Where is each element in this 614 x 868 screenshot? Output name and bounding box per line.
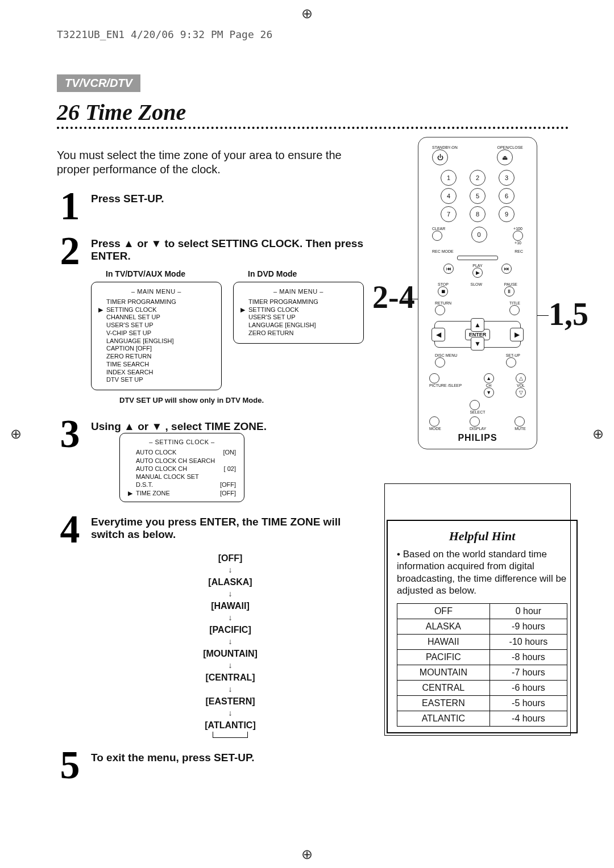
reg-mark-right: ⊕ [592,426,604,442]
mode-button[interactable] [429,416,439,427]
page-header-info: T3221UB_EN1 4/20/06 9:32 PM Page 26 [57,28,569,40]
step-2-number: 2 [57,233,83,407]
reg-mark-top: ⊕ [301,6,313,22]
clear-label: CLEAR [432,227,445,231]
tv-mode-label: In TV/DTV/AUX Mode [106,269,222,278]
mode-label: MODE [429,427,441,431]
p100-button[interactable] [513,231,523,241]
hint-offset-cell: -10 hours [489,635,567,650]
num-7-button[interactable]: 7 [441,206,457,222]
display-button[interactable] [470,416,480,427]
step-4-number: 4 [57,511,83,738]
vol-label: VOL [516,383,526,387]
skip-fwd-button[interactable]: ⏭ [501,264,512,274]
page-number: 26 [57,99,80,125]
dvd-mode-label: In DVD Mode [248,269,364,278]
step-4: 4 Everytime you press ENTER, the TIME ZO… [57,511,370,738]
setup-button[interactable] [506,357,516,368]
tv-main-menu-screen: – MAIN MENU –TIMER PROGRAMMING▶SETTING C… [91,282,222,390]
brand-logo: PHILIPS [458,433,497,443]
disc-menu-button[interactable] [435,357,445,368]
mute-label: MUTE [515,427,526,431]
mute-button[interactable] [515,416,525,427]
dvd-main-menu-screen: – MAIN MENU –TIMER PROGRAMMING▶SETTING C… [233,282,364,344]
step-4-title: Everytime you press ENTER, the TIME ZONE… [91,516,370,541]
setting-clock-screen: – SETTING CLOCK –AUTO CLOCK[ON]AUTO CLOC… [119,433,244,502]
ch-label: CH [484,383,494,387]
step-5-number: 5 [57,747,83,783]
step-1-number: 1 [57,188,83,224]
openclose-label: OPEN/CLOSE [497,145,523,149]
hint-offset-cell: -6 hours [489,681,567,696]
intro-text: You must select the time zone of your ar… [57,148,370,177]
openclose-button[interactable]: ⏏ [497,149,513,165]
hint-offset-cell: -5 hours [489,696,567,711]
stop-button[interactable]: ⏹ [438,286,448,297]
step-5-title: To exit the menu, press SET-UP. [91,752,370,764]
nav-right-button[interactable]: ▶ [510,328,524,341]
clear-button[interactable] [432,231,442,241]
nav-down-button[interactable]: ▼ [471,337,484,350]
right-column: 2-4 1,5 STANDBY-ON ⏻ OPEN/CLOSE ⏏ [387,137,569,785]
play-button[interactable]: ▶ [472,268,483,278]
reg-mark-left: ⊕ [10,426,22,442]
remote-control-diagram: STANDBY-ON ⏻ OPEN/CLOSE ⏏ 123456789 CLEA… [418,137,537,449]
num-0-button[interactable]: 0 [471,227,487,243]
step-3: 3 Using ▲ or ▼ , select TIME ZONE. – SET… [57,416,370,502]
left-column: You must select the time zone of your ar… [57,137,370,785]
num-6-button[interactable]: 6 [499,188,515,204]
timezone-sequence: [OFF]↓[ALASKA]↓[HAWAII]↓[PACIFIC]↓[MOUNT… [91,552,370,738]
nav-left-button[interactable]: ◀ [432,328,445,341]
hint-offset-cell: -4 hours [489,711,567,727]
hint-zone-cell: HAWAII [397,635,490,650]
setup-label: SET-UP [506,353,520,357]
step-3-number: 3 [57,416,83,502]
step-1-title: Press SET-UP. [91,193,370,205]
num-5-button[interactable]: 5 [470,188,486,204]
step-1: 1 Press SET-UP. [57,188,370,224]
reg-mark-bottom: ⊕ [301,846,313,862]
hint-zone-cell: EASTERN [397,696,490,711]
display-label: DISPLAY [470,427,486,431]
hint-offset-cell: -8 hours [489,650,567,665]
skip-back-button[interactable]: ⏮ [443,264,454,274]
select-label: SELECT [470,410,485,414]
pause-button[interactable]: ⏸ [504,286,515,297]
hint-table: OFF0 hourALASKA-9 hoursHAWAII-10 hoursPA… [397,603,567,727]
num-1-button[interactable]: 1 [441,170,457,186]
slow-label: SLOW [471,282,483,297]
disc-menu-label: DISC MENU [435,353,457,357]
picture-sleep-label: PICTURE /SLEEP [429,383,462,387]
title-button[interactable] [509,305,520,315]
dtv-setup-note: DTV SET UP will show only in DTV Mode. [119,396,267,404]
num-8-button[interactable]: 8 [470,206,486,222]
hint-zone-cell: MOUNTAIN [397,665,490,681]
picture-sleep-button[interactable] [429,373,439,383]
nav-up-button[interactable]: ▲ [471,318,484,332]
p100-label: +100 [513,227,523,231]
stop-label: STOP [438,282,449,286]
helpful-hint-box: Helpful Hint • Based on the world standa… [387,520,578,733]
num-2-button[interactable]: 2 [470,170,486,186]
vol-up-button[interactable]: △ [516,373,526,383]
hint-zone-cell: OFF [397,604,490,619]
title-text: Time Zone [85,99,186,125]
step-2: 2 Press ▲ or ▼ to select SETTING CLOCK. … [57,233,370,407]
select-button[interactable] [470,400,480,410]
helpful-hint-outer: Helpful Hint • Based on the world standa… [384,483,571,736]
num-9-button[interactable]: 9 [499,206,515,222]
hint-title: Helpful Hint [397,529,567,544]
num-3-button[interactable]: 3 [499,170,515,186]
return-button[interactable] [435,305,445,315]
ch-up-button[interactable]: ▲ [484,373,494,383]
rec-mode-bar[interactable] [457,256,498,260]
hint-offset-cell: -7 hours [489,665,567,681]
standby-button[interactable]: ⏻ [432,149,448,165]
p10-label: +10 [513,241,523,245]
callout-steps-1-5: 1,5 [549,296,588,332]
number-pad: 123456789 [441,168,515,224]
num-4-button[interactable]: 4 [441,188,457,204]
hint-offset-cell: 0 hour [489,604,567,619]
vol-down-button[interactable]: ▽ [516,387,526,398]
ch-down-button[interactable]: ▼ [484,387,494,398]
